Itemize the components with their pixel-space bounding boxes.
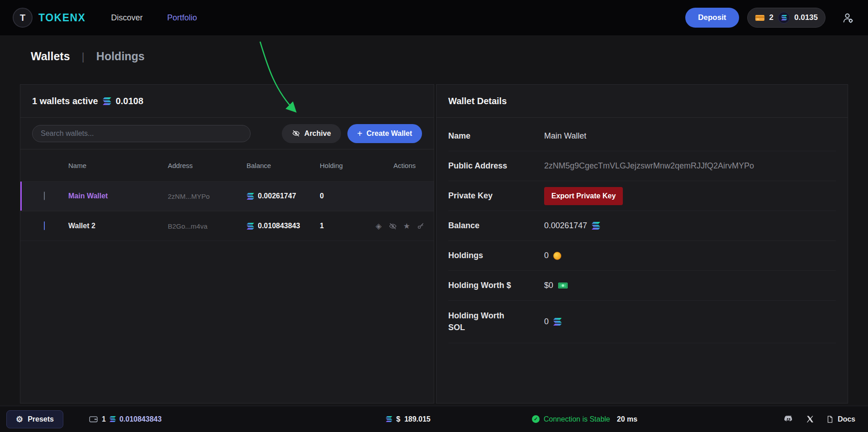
holding-worth-sol-value: 0 xyxy=(544,317,549,326)
eye-off-icon xyxy=(292,129,300,138)
connection-latency: 20 ms xyxy=(617,415,637,423)
tab-wallets[interactable]: Wallets xyxy=(31,50,70,63)
footer-wallet-summary[interactable]: 1 0.010843843 xyxy=(89,406,161,432)
wallet-details-fields: Name Main Wallet Public Address 2zNM5g9C… xyxy=(436,118,848,343)
export-private-key-button[interactable]: Export Private Key xyxy=(544,187,623,205)
sol-icon xyxy=(247,193,254,200)
wallet-details-title: Wallet Details xyxy=(436,85,848,118)
sol-icon xyxy=(247,223,254,230)
plus-icon: + xyxy=(357,129,363,138)
hide-wallet-icon[interactable] xyxy=(388,221,397,230)
wallet-icon xyxy=(89,414,98,424)
wallet-name[interactable]: Wallet 2 xyxy=(68,222,168,230)
wallets-summary: 1 wallets active 0.0108 xyxy=(20,85,434,118)
col-actions: Actions xyxy=(374,162,422,169)
wallets-panel: 1 wallets active 0.0108 Archive + Create… xyxy=(20,84,434,403)
wallets-table-header: Name Address Balance Holding Actions xyxy=(20,149,434,181)
portfolio-tabs: Wallets | Holdings xyxy=(31,50,145,63)
public-address-value: 2zNM5g9CgecTmVLGJejzswrMnw2qemRJJfQ2Airv… xyxy=(544,161,754,171)
star-icon[interactable]: ★ xyxy=(402,221,411,230)
create-wallet-button[interactable]: + Create Wallet xyxy=(347,124,422,143)
logo-icon: T xyxy=(13,8,33,28)
x-twitter-icon[interactable] xyxy=(806,415,814,423)
wallet-details-panel: Wallet Details Name Main Wallet Public A… xyxy=(436,84,848,403)
deposit-button[interactable]: Deposit xyxy=(685,8,739,28)
detail-row-holdings: Holdings 0 xyxy=(448,241,836,271)
key-icon[interactable] xyxy=(416,221,425,230)
wallet-row[interactable]: Wallet 2 B2Go...m4va 0.010843843 1 ◈ ★ xyxy=(20,211,434,241)
archive-label: Archive xyxy=(304,130,331,138)
sol-icon xyxy=(386,416,392,422)
footer-wallet-count: 1 xyxy=(102,415,106,423)
tab-separator: | xyxy=(82,50,85,63)
nav-portfolio[interactable]: Portfolio xyxy=(167,13,197,23)
docs-link[interactable]: Docs xyxy=(826,415,855,423)
col-holding: Holding xyxy=(320,162,374,169)
col-name: Name xyxy=(68,162,168,169)
brand-logo[interactable]: T TOKENX xyxy=(13,8,85,28)
wallets-table: Name Address Balance Holding Actions Mai… xyxy=(20,149,434,241)
wallet-row[interactable]: Main Wallet 2zNM...MYPo 0.00261747 0 xyxy=(20,181,434,211)
detail-row-holding-worth-usd: Holding Worth $ $0 xyxy=(448,271,836,301)
docs-icon xyxy=(826,415,834,423)
detail-label: Holding Worth SOL xyxy=(448,310,544,333)
wallet-name[interactable]: Main Wallet xyxy=(68,192,168,200)
status-bar: ⚙ Presets 1 0.010843843 $ 189.015 ✓ Conn… xyxy=(0,406,868,432)
detail-label: Balance xyxy=(448,220,544,231)
detail-label: Private Key xyxy=(448,190,544,202)
detail-label: Holding Worth $ xyxy=(448,280,544,291)
holding-worth-usd-value: $0 xyxy=(544,281,553,290)
gem-icon[interactable]: ◈ xyxy=(374,221,383,230)
wallet-balance: 0.010843843 xyxy=(258,222,300,230)
archive-button[interactable]: Archive xyxy=(282,124,341,143)
card-count: 2 xyxy=(769,13,773,22)
footer-links: Docs xyxy=(783,406,855,432)
wallets-toolbar: Archive + Create Wallet xyxy=(20,118,434,149)
detail-row-public-address: Public Address 2zNM5g9CgecTmVLGJejzswrMn… xyxy=(448,151,836,181)
sol-price-value: 189.015 xyxy=(404,415,431,423)
wallet-balance-pill[interactable]: 2 0.0135 xyxy=(747,8,825,28)
sol-price-currency: $ xyxy=(396,415,400,423)
sol-icon xyxy=(109,416,116,422)
presets-gear-icon: ⚙ xyxy=(16,415,23,423)
detail-row-private-key: Private Key Export Private Key xyxy=(448,181,836,211)
search-wallets-input[interactable] xyxy=(32,125,251,142)
wallet-address: 2zNM...MYPo xyxy=(168,192,247,200)
brand-name: TOKENX xyxy=(38,12,85,24)
sol-icon xyxy=(103,97,111,105)
detail-value: Main Wallet xyxy=(544,131,586,141)
balance-value: 0.00261747 xyxy=(544,221,587,230)
docs-label: Docs xyxy=(838,415,855,423)
detail-row-holding-worth-sol: Holding Worth SOL 0 xyxy=(448,301,836,343)
top-navbar: T TOKENX Discover Portfolio Deposit 2 0.… xyxy=(0,0,868,35)
detail-row-balance: Balance 0.00261747 xyxy=(448,211,836,241)
presets-label: Presets xyxy=(28,415,54,423)
col-balance: Balance xyxy=(247,162,320,169)
presets-button[interactable]: ⚙ Presets xyxy=(6,410,63,428)
navbar-left: T TOKENX Discover Portfolio xyxy=(13,8,197,28)
connection-label: Connection is Stable xyxy=(544,415,610,423)
detail-label: Holdings xyxy=(448,250,544,261)
create-wallet-label: Create Wallet xyxy=(366,130,412,138)
sol-icon xyxy=(592,222,600,230)
detail-row-name: Name Main Wallet xyxy=(448,121,836,151)
wallet-holding: 0 xyxy=(320,192,374,200)
coin-icon xyxy=(553,252,561,260)
wallet-checkbox[interactable] xyxy=(44,221,45,230)
wallet-balance: 0.00261747 xyxy=(258,192,296,200)
main-nav: Discover Portfolio xyxy=(111,13,197,23)
detail-label: Public Address xyxy=(448,160,544,172)
money-bill-icon xyxy=(558,282,568,289)
wallet-actions: ◈ ★ xyxy=(374,221,430,230)
nav-discover[interactable]: Discover xyxy=(111,13,142,23)
wallet-checkbox[interactable] xyxy=(44,192,45,200)
col-address: Address xyxy=(168,162,247,169)
account-settings-icon[interactable] xyxy=(840,10,855,25)
tab-holdings[interactable]: Holdings xyxy=(96,50,145,63)
discord-icon[interactable] xyxy=(783,414,794,424)
card-icon xyxy=(755,14,765,22)
wallet-address: B2Go...m4va xyxy=(168,222,247,230)
connection-status: ✓ Connection is Stable 20 ms xyxy=(532,406,637,432)
navbar-right: Deposit 2 0.0135 xyxy=(685,8,855,28)
footer-wallet-sol: 0.010843843 xyxy=(119,415,161,423)
